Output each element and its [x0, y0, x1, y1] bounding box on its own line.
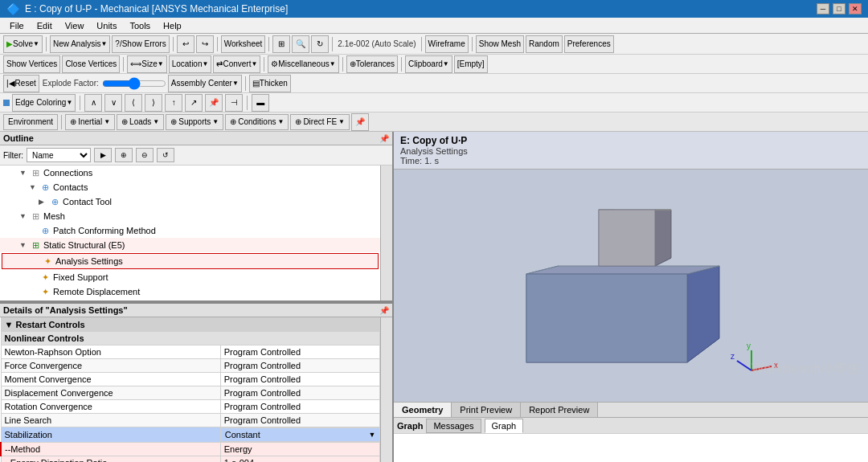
expand-icon[interactable]: ▶ [39, 198, 48, 206]
expand-icon[interactable]: ▼ [29, 183, 39, 191]
tab-print-preview[interactable]: Print Preview [452, 403, 521, 417]
show-mesh-button[interactable]: Show Mesh [476, 35, 524, 53]
thicken-tool[interactable]: ▬ [252, 94, 269, 112]
filter-apply-button[interactable]: ▶ [94, 148, 112, 162]
edge-tool-6[interactable]: ↗ [185, 94, 203, 112]
redo-button[interactable]: ↪ [196, 35, 214, 53]
tree-item-mesh[interactable]: ▼ ⊞ Mesh [0, 209, 380, 223]
conditions-button[interactable]: ⊕ Conditions ▼ [225, 114, 289, 130]
edge-tool-pin[interactable]: 📌 [205, 94, 223, 112]
preferences-button[interactable]: Preferences [564, 35, 614, 53]
supports-button[interactable]: ⊕ Supports ▼ [166, 114, 223, 130]
filter-dropdown[interactable]: Name [27, 148, 91, 162]
tree-item-remote-displacement[interactable]: ✦ Remote Displacement [0, 284, 380, 299]
size-button[interactable]: ⟺ Size ▼ [127, 55, 166, 73]
tree-item-static-structural[interactable]: ▼ ⊞ Static Structural (E5) [0, 238, 380, 252]
env-pin-button[interactable]: 📌 [351, 113, 369, 131]
force-conv-value[interactable]: Program Controlled [220, 359, 379, 373]
assembly-center-dropdown[interactable]: Assembly Center ▼ [168, 75, 242, 92]
edge-tool-5[interactable]: ↑ [165, 94, 182, 112]
row-newton-raphson[interactable]: Newton-Raphson Option Program Controlled [1, 345, 380, 359]
viewport-3d-area[interactable]: x y z Workbench小学生 [394, 170, 868, 402]
minimize-button[interactable]: ─ [817, 3, 829, 14]
thicken-button[interactable]: ▤ Thicken [249, 75, 291, 92]
expand-icon[interactable]: ▼ [19, 212, 29, 220]
solve-button[interactable]: ▶ Solve ▼ [3, 35, 43, 53]
tolerances-button[interactable]: ⊕ Tolerances [346, 55, 398, 73]
energy-value[interactable]: 1.e-004 [220, 456, 379, 463]
menu-help[interactable]: Help [157, 19, 188, 32]
explode-slider[interactable] [102, 78, 166, 89]
outline-scroll[interactable]: ▼ ⊞ Connections ▼ ⊕ Contacts [0, 166, 380, 301]
inertial-button[interactable]: ⊕ Inertial ▼ [65, 114, 115, 130]
method-value[interactable]: Energy [220, 443, 379, 456]
row-displacement-convergence[interactable]: Displacement Convergence Program Control… [1, 386, 380, 400]
menu-edit[interactable]: Edit [31, 19, 59, 32]
edge-tool-stop[interactable]: ⊣ [225, 94, 243, 112]
disp-conv-value[interactable]: Program Controlled [220, 386, 379, 400]
details-scrollbar[interactable] [380, 317, 392, 462]
stabilization-dropdown-arrow[interactable]: ▼ [369, 431, 376, 439]
row-rotation-convergence[interactable]: Rotation Convergence Program Controlled [1, 400, 380, 414]
new-analysis-button[interactable]: New Analysis ▼ [50, 35, 110, 53]
select-mode-button[interactable]: ⊞ [272, 35, 290, 53]
newton-value[interactable]: Program Controlled [220, 345, 379, 359]
tree-item-patch-conforming[interactable]: ⊕ Patch Conforming Method [0, 223, 380, 238]
show-vertices-button[interactable]: Show Vertices [3, 55, 60, 73]
filter-reset-button[interactable]: ↺ [157, 148, 174, 162]
row-line-search[interactable]: Line Search Program Controlled [1, 414, 380, 427]
maximize-button[interactable]: □ [833, 3, 845, 14]
zoom-button[interactable]: 🔍 [292, 35, 309, 53]
tree-item-contacts[interactable]: ▼ ⊕ Contacts [0, 180, 380, 194]
environment-button[interactable]: Environment [3, 114, 58, 130]
details-body[interactable]: ▼ Restart Controls Nonlinear Controls Ne… [0, 317, 380, 462]
menu-units[interactable]: Units [90, 19, 123, 32]
row-stabilization[interactable]: Stabilization Constant ▼ [1, 427, 380, 443]
edge-tool-3[interactable]: ⟨ [125, 94, 142, 112]
random-button[interactable]: Random [526, 35, 563, 53]
edge-tool-1[interactable]: ∧ [84, 94, 102, 112]
miscellaneous-button[interactable]: ⚙ Miscellaneous ▼ [268, 55, 338, 73]
outline-scrollbar[interactable] [380, 166, 392, 301]
loads-button[interactable]: ⊕ Loads ▼ [117, 114, 164, 130]
reset-button[interactable]: |◀ Reset [3, 75, 39, 92]
wireframe-button[interactable]: Wireframe [425, 35, 469, 53]
menu-file[interactable]: File [3, 19, 31, 32]
line-search-value[interactable]: Program Controlled [220, 414, 379, 427]
edge-tool-4[interactable]: ⟩ [145, 94, 162, 112]
edge-tool-2[interactable]: ∨ [104, 94, 122, 112]
filter-expand-button[interactable]: ⊕ [115, 148, 133, 162]
filter-collapse-button[interactable]: ⊖ [136, 148, 154, 162]
menu-tools[interactable]: Tools [123, 19, 157, 32]
direct-fe-button[interactable]: ⊕ Direct FE ▼ [290, 114, 350, 130]
row-method[interactable]: --Method Energy [1, 443, 380, 456]
undo-button[interactable]: ↩ [177, 35, 194, 53]
location-button[interactable]: Location ▼ [169, 55, 212, 73]
tree-item-connections[interactable]: ▼ ⊞ Connections [0, 166, 380, 180]
row-force-convergence[interactable]: Force Convergence Program Controlled [1, 359, 380, 373]
clipboard-button[interactable]: Clipboard ▼ [405, 55, 452, 73]
clipboard-empty-button[interactable]: [Empty] [454, 55, 488, 73]
tab-graph[interactable]: Graph [485, 419, 524, 433]
tree-item-fixed-support[interactable]: ✦ Fixed Support [0, 270, 380, 284]
expand-icon[interactable]: ▼ [19, 169, 29, 177]
tab-report-preview[interactable]: Report Preview [521, 403, 598, 417]
rot-conv-value[interactable]: Program Controlled [220, 400, 379, 414]
moment-conv-value[interactable]: Program Controlled [220, 373, 379, 386]
stabilization-value[interactable]: Constant ▼ [221, 427, 380, 442]
show-errors-button[interactable]: ?/Show Errors [112, 35, 169, 53]
expand-icon[interactable]: ▼ [19, 241, 29, 249]
tab-geometry[interactable]: Geometry [394, 403, 452, 417]
worksheet-button[interactable]: Worksheet [221, 35, 266, 53]
close-vertices-button[interactable]: Close Vertices [62, 55, 120, 73]
tab-messages[interactable]: Messages [426, 419, 481, 433]
close-button[interactable]: ✕ [849, 3, 862, 14]
rotate-button[interactable]: ↻ [311, 35, 329, 53]
tree-item-contact-tool[interactable]: ▶ ⊕ Contact Tool [0, 194, 380, 209]
tree-item-analysis-settings[interactable]: ✦ Analysis Settings [2, 253, 379, 269]
convert-button[interactable]: ⇄ Convert ▼ [213, 55, 260, 73]
row-energy-dissipation[interactable]: --Energy Dissipation Ratio 1.e-004 [1, 456, 380, 463]
edge-coloring-dropdown[interactable]: Edge Coloring ▼ [12, 94, 76, 112]
menu-view[interactable]: View [59, 19, 91, 32]
row-moment-convergence[interactable]: Moment Convergence Program Controlled [1, 373, 380, 386]
